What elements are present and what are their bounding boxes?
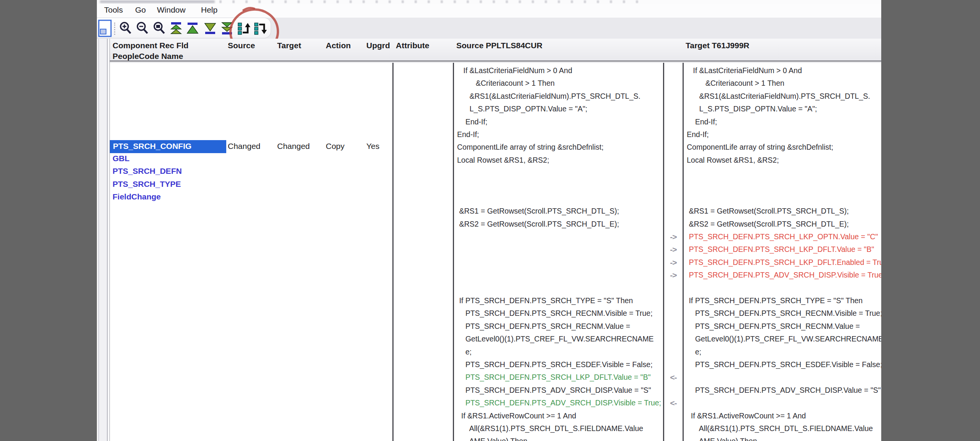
target-code-line: [684, 180, 881, 192]
source-code-line: &RS1(&LastCriteriaFieldNum).PTS_SRCH_DTL…: [454, 90, 663, 103]
source-code-line: AME.Value) Then: [454, 435, 663, 441]
target-code-line: If &RS1.ActiveRowCount >= 1 And: [684, 410, 881, 422]
copy-difference-up-icon[interactable]: [237, 21, 252, 36]
menu-window[interactable]: Window: [157, 5, 186, 15]
tree-item[interactable]: PTS_SRCH_TYPE: [113, 180, 181, 192]
diff-gutter-cell: [664, 346, 683, 358]
source-code-line: PTS_SRCH_DEFN.PTS_SRCH_ESDEF.Visible = F…: [454, 358, 663, 371]
app-window: ToolsGoWindowHelp: [97, 0, 881, 441]
source-code-line: All(&RS1(1).PTS_SRCH_DTL_S.FIELDNAME.Val…: [454, 422, 663, 435]
target-code-line: [684, 167, 881, 179]
diff-arrow: ->: [664, 256, 683, 269]
menu-go[interactable]: Go: [135, 5, 146, 15]
diff-gutter-cell: [664, 435, 683, 441]
header-separator: [97, 60, 881, 62]
diff-arrow: ->: [664, 269, 683, 281]
source-code-line: PTS_SRCH_DEFN.PTS_SRCH_RECNM.Visible = T…: [454, 307, 663, 320]
copy-difference-down-icon[interactable]: [253, 21, 268, 36]
source-code-line: If PTS_SRCH_DEFN.PTS_SRCH_TYPE = "S" The…: [454, 294, 663, 307]
toolbar-grip-handle[interactable]: [114, 23, 115, 35]
first-difference-icon[interactable]: [168, 21, 184, 36]
menu-tools[interactable]: Tools: [104, 5, 123, 15]
target-code-line: PTS_SRCH_DEFN.PTS_SRCH_LKP_DFLT.Enabled …: [684, 256, 881, 269]
col-header-component: Component Rec Fld: [113, 41, 188, 50]
document-window-icon[interactable]: [98, 19, 112, 39]
col-header-upgrd: Upgrd: [366, 41, 390, 50]
diff-gutter-cell: [664, 282, 683, 294]
target-code-line: End-If;: [684, 128, 881, 141]
next-difference-icon[interactable]: [203, 21, 218, 36]
zoom-in-icon[interactable]: [118, 21, 133, 36]
source-code-line: e;: [454, 346, 663, 358]
last-difference-icon[interactable]: [219, 21, 235, 36]
source-code-line: &RS2 = GetRowset(Scroll.PTS_SRCH_DTL_E);: [454, 218, 663, 230]
target-code-line: PTS_SRCH_DEFN.PTS_SRCH_RECNM.Value =: [684, 320, 881, 333]
source-code-line: [454, 180, 663, 192]
source-code-line: GetLevel0()(1).PTS_CREF_FL_VW.SEARCHRECN…: [454, 333, 663, 345]
target-code-line: e;: [684, 346, 881, 358]
column-header-row: Component Rec Fld PeopleCode Name Source…: [97, 39, 881, 62]
cell-action: Copy: [326, 142, 345, 151]
target-code-line: &RS1 = GetRowset(Scroll.PTS_SRCH_DTL_S);: [684, 205, 881, 217]
diff-arrow: <-: [664, 397, 683, 409]
source-code-line: End-If;: [454, 128, 663, 141]
diff-gutter-cell: [664, 167, 683, 179]
diff-gutter-cell: [664, 103, 683, 115]
source-code-line: PTS_SRCH_DEFN.PTS_SRCH_RECNM.Value =: [454, 320, 663, 333]
screen: { "menubar": { "items": ["Tools", "Go", …: [0, 0, 980, 441]
frame-fragment-ticks: [219, 0, 648, 3]
diff-arrow: ->: [664, 230, 683, 243]
left-scrollbar-strip[interactable]: [97, 39, 109, 441]
menu-help[interactable]: Help: [201, 5, 217, 15]
col-header-action: Action: [326, 41, 351, 50]
divider-attribute-column: [392, 63, 394, 441]
diff-gutter-cell: [664, 320, 683, 333]
diff-gutter-cell: [664, 205, 683, 217]
target-code-line: [684, 371, 881, 384]
diff-gutter-cell: [664, 358, 683, 371]
previous-difference-icon[interactable]: [185, 21, 200, 36]
zoom-out-icon[interactable]: [135, 21, 150, 36]
target-code-line: ComponentLife array of string &srchDefnl…: [684, 141, 881, 154]
grid-left-border: [109, 39, 110, 441]
diff-gutter-cell: [664, 384, 683, 397]
source-code-line: PTS_SRCH_DEFN.PTS_SRCH_LKP_DFLT.Value = …: [454, 371, 663, 384]
target-code-line: If &LastCriteriaFieldNum > 0 And: [684, 64, 881, 77]
diff-gutter-cell: [664, 192, 683, 205]
menu-bar: ToolsGoWindowHelp: [97, 4, 881, 18]
target-code-line: &RS2 = GetRowset(Scroll.PTS_SRCH_DTL_E);: [684, 218, 881, 230]
diff-gutter-cell: [664, 180, 683, 192]
target-code-line: [684, 282, 881, 294]
source-code-line: &RS1 = GetRowset(Scroll.PTS_SRCH_DTL_S);: [454, 205, 663, 217]
col-header-attribute: Attribute: [396, 41, 430, 50]
tree-item-selected[interactable]: PTS_SRCH_CONFIG: [110, 140, 226, 153]
tree-item[interactable]: FieldChange: [113, 192, 161, 205]
target-code-panel[interactable]: If &LastCriteriaFieldNum > 0 And &Criter…: [684, 63, 881, 441]
target-code-line: GetLevel0()(1).PTS_CREF_FL_VW.SEARCHRECN…: [684, 333, 881, 345]
tree-item[interactable]: PTS_SRCH_DEFN: [113, 167, 182, 179]
source-code-line: End-If;: [454, 116, 663, 128]
diff-gutter-cell: [664, 218, 683, 230]
target-code-line: PTS_SRCH_DEFN.PTS_ADV_SRCH_DISP.Visible …: [684, 269, 881, 281]
target-code-line: AME.Value) Then: [684, 435, 881, 441]
diff-gutter-cell: [664, 64, 683, 77]
diff-gutter-cell: [664, 128, 683, 141]
target-code-line: &Criteriacount > 1 Then: [684, 77, 881, 90]
target-code-line: All(&RS1(1).PTS_SRCH_DTL_S.FIELDNAME.Val…: [684, 422, 881, 435]
col-header-source: Source: [228, 41, 255, 50]
source-code-line: Local Rowset &RS1, &RS2;: [454, 154, 663, 167]
diff-gutter-cell: [664, 307, 683, 320]
target-code-line: PTS_SRCH_DEFN.PTS_SRCH_ESDEF.Visible = F…: [684, 358, 881, 371]
diff-arrow: ->: [664, 243, 683, 256]
toolbar-row: [97, 18, 881, 39]
zoom-reset-icon[interactable]: [152, 21, 167, 36]
diff-gutter-cell: [664, 116, 683, 128]
diff-gutter-cell: [664, 141, 683, 154]
target-code-line: &RS1(&LastCriteriaFieldNum).PTS_SRCH_DTL…: [684, 90, 881, 103]
source-code-line: ComponentLife array of string &srchDefnl…: [454, 141, 663, 154]
tree-item[interactable]: GBL: [113, 154, 129, 167]
diff-gutter-cell: [664, 410, 683, 422]
source-code-panel[interactable]: If &LastCriteriaFieldNum > 0 And &Criter…: [454, 63, 663, 441]
diff-gutter-cell: [664, 90, 683, 103]
source-code-line: PTS_SRCH_DEFN.PTS_ADV_SRCH_DISP.Visible …: [454, 397, 663, 409]
